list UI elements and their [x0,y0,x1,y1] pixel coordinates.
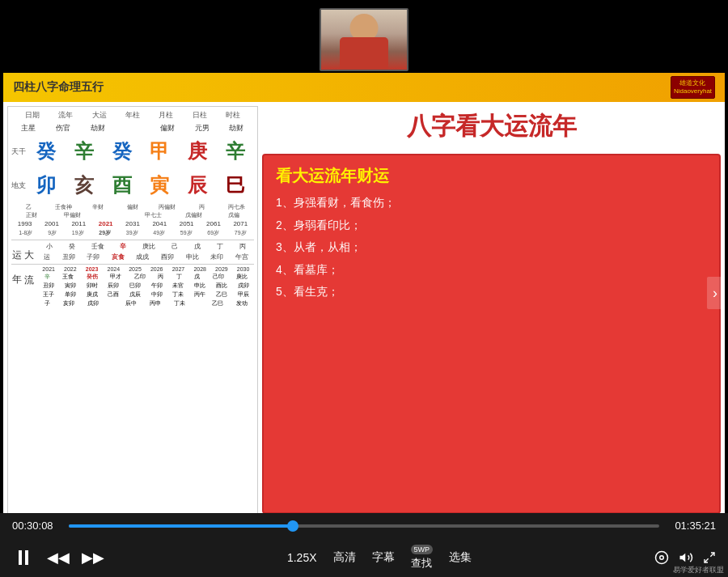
lts-5: 丙 [158,273,163,281]
stem-4: 庚 [181,138,214,164]
col-header-2: 大运 [83,110,116,121]
small-row-2: 正财 甲偏财 甲七士 戊偏财 戊偏 [11,211,254,218]
subject-1: 劫财 [82,123,114,134]
video-player: › 四柱八字命理五行 雄道文化 Nidaoveryhat 日期 [0,0,728,577]
controls-area: ◀◀ ▶▶ 1.25X 高清 字幕 5WP 查找 选集 [0,541,728,577]
slide-content: 日期 流年 大运 年柱 月柱 日柱 时柱 主星 伤官 劫财 偏财 元男 劫财 [3,102,725,513]
dayun-content: 小 癸 壬食 辛 庚比 己 戊 丁 丙 运 [38,242,254,261]
info-item-1: 2、身弱看印比； [276,218,707,234]
volume-button[interactable] [679,550,693,565]
speed-button[interactable]: 1.25X [287,551,317,564]
progress-bar-thumb[interactable] [287,520,298,532]
lbs-6: 丁未 [172,291,184,299]
svg-point-1 [660,556,664,560]
liunian-bot-stems-row: 王子 单卯 庚戌 己酉 戊辰 中卯 丁未 丙午 乙巳 甲辰 [38,291,254,299]
col-header-5: 日柱 [184,110,216,121]
badge-5wp: 5WP [411,545,434,554]
db-0: 运 [44,252,50,261]
age-3: 29岁 [99,229,111,237]
lbs-8: 乙巳 [216,291,227,299]
lbs-2: 庚戌 [87,291,98,299]
info-item-4: 5、看生克； [276,284,707,300]
right-controls [654,550,716,565]
current-time: 00:30:08 [12,520,61,532]
info-box-title: 看大运流年财运 [276,165,707,187]
skip-next-button[interactable]: ▶▶ [82,549,104,566]
pause-button[interactable] [12,546,35,569]
center-controls: 1.25X 高清 字幕 5WP 查找 选集 [287,545,472,571]
lts-7: 戊 [194,273,200,281]
ltb-2: 卯时 [87,282,98,290]
yr-6: 2051 [180,220,194,227]
left-table: 日期 流年 大运 年柱 月柱 日柱 时柱 主星 伤官 劫财 偏财 元男 劫财 [7,106,258,513]
ds-7: 丁 [217,242,223,251]
ltb-1: 寅卯 [65,282,76,290]
col-headers: 日期 流年 大运 年柱 月柱 日柱 时柱 [11,110,254,121]
ly-6: 2027 [172,266,185,272]
info-item-0: 1、身强看财，看食伤； [276,195,707,211]
earthly-branches: 卯 亥 酉 寅 辰 巳 [28,172,254,198]
search-area[interactable]: 5WP 查找 [411,545,434,571]
progress-area: 00:30:08 01:35:21 [0,513,728,541]
svg-line-4 [705,558,709,562]
stem-0: 癸 [30,138,62,164]
progress-bar-track[interactable] [69,524,659,528]
dayun-header: 大运 小 癸 壬食 辛 庚比 己 戊 丁 丙 [11,242,254,261]
age-1: 9岁 [48,229,57,237]
lbb-9: 发动 [236,299,248,308]
brand-logo: 雄道文化 Nidaoveryhat [671,76,715,99]
yr-4: 2031 [125,220,140,227]
subject-0: 伤官 [47,123,79,134]
quality-button[interactable]: 高清 [333,550,356,565]
info-item-2: 3、从者，从相； [276,240,707,256]
info-box: 看大运流年财运 1、身强看财，看食伤； 2、身弱看印比； 3、从者，从相； 4、… [262,154,721,513]
small-5: 丙 [186,203,218,210]
ly-1: 2022 [64,266,77,272]
lbs-7: 丙午 [194,291,205,299]
small-r2-1: 甲偏财 [56,211,88,218]
age-6: 59岁 [180,229,193,237]
col-header-0: 日期 [16,110,49,121]
next-arrow-button[interactable]: › [707,277,723,309]
pip-body [340,37,388,70]
lbb-2: 戌卯 [87,299,99,308]
small-2: 辛财 [82,203,114,210]
pip-camera [320,8,408,71]
heavenly-stems: 癸 辛 癸 甲 庚 辛 [28,138,254,164]
ltb-5: 午卯 [151,282,163,290]
db-1: 丑卯 [62,252,75,261]
fullscreen-icon [703,551,716,564]
lts-1: 王食 [62,273,74,281]
small-r2-3: 甲七士 [137,211,169,218]
settings-button[interactable] [654,550,669,565]
skip-prev-button[interactable]: ◀◀ [47,549,70,566]
age-8: 79岁 [235,229,247,237]
ltb-0: 丑卯 [43,282,54,290]
collection-button[interactable]: 选集 [449,550,472,565]
subtitle-button[interactable]: 字幕 [372,550,395,565]
yr-7: 2061 [206,220,221,227]
ly-8: 2029 [215,266,228,272]
ds-1: 癸 [69,242,75,251]
ly-7: 2028 [193,266,206,272]
subject-2 [116,123,149,134]
search-button[interactable]: 查找 [411,556,432,571]
progress-bar-container: 00:30:08 01:35:21 [12,520,716,532]
lbs-3: 己酉 [108,291,119,299]
ds-6: 戊 [194,242,201,251]
target-icon [654,550,669,565]
fullscreen-button[interactable] [703,551,716,564]
small-r2-2 [96,211,129,218]
branch-1: 亥 [68,172,100,198]
col-header-4: 月柱 [150,110,182,121]
watermark: 易学爱好者联盟 [673,565,724,575]
small-4: 丙偏财 [151,203,184,210]
small-0: 乙 [12,203,44,210]
subject-4: 元男 [186,123,218,134]
lts-9: 庚比 [236,273,248,281]
ltb-9: 戌卯 [238,282,249,290]
ly-2: 2023 [86,266,99,272]
dayun-branches-row: 运 丑卯 子卯 亥食 成戌 酉卯 申比 未印 午宫 [38,252,254,261]
small-3: 偏财 [116,203,149,210]
svg-line-3 [710,553,714,557]
